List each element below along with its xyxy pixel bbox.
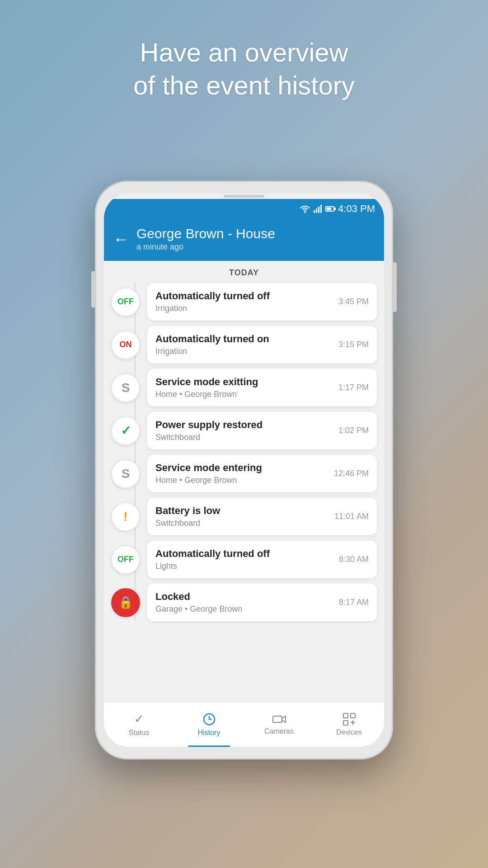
event-title: Service mode exitting xyxy=(155,376,258,388)
svg-rect-1 xyxy=(316,208,317,213)
status-bar: 4:03 PM xyxy=(104,199,384,219)
event-icon-service: S xyxy=(111,459,140,488)
event-time: 1:17 PM xyxy=(338,383,369,392)
event-card: Automatically turned off Irrigation 3:45… xyxy=(147,283,377,321)
phone-notch xyxy=(104,193,384,199)
header-subtitle: a minute ago xyxy=(136,242,275,252)
nav-label-cameras: Cameras xyxy=(264,727,294,736)
event-subtitle: Switchboard xyxy=(155,519,220,528)
cameras-nav-icon xyxy=(272,714,286,725)
content-area: TODAY OFF Automatically turned off Irrig… xyxy=(104,261,384,702)
svg-rect-8 xyxy=(343,721,348,725)
event-title: Battery is low xyxy=(155,505,220,517)
svg-rect-6 xyxy=(343,713,348,718)
nav-item-cameras[interactable]: Cameras xyxy=(244,702,314,747)
status-icons: 4:03 PM xyxy=(300,203,375,215)
list-item[interactable]: S Service mode entering Home • George Br… xyxy=(111,455,377,492)
event-time: 1:02 PM xyxy=(338,426,369,435)
event-icon-off: OFF xyxy=(111,288,140,316)
phone-screen: 4:03 PM ← George Brown - House a minute … xyxy=(104,193,384,747)
event-title: Automatically turned off xyxy=(155,548,270,560)
event-subtitle: Garage • George Brown xyxy=(155,604,242,614)
event-card: Automatically turned off Lights 8:30 AM xyxy=(147,541,377,578)
devices-nav-icon xyxy=(343,713,356,726)
event-icon-lock: 🔒 xyxy=(111,588,140,617)
event-icon-service: S xyxy=(111,373,140,402)
event-card: Power supply restored Switchboard 1:02 P… xyxy=(147,412,377,449)
event-time: 3:15 PM xyxy=(338,340,369,349)
event-subtitle: Home • George Brown xyxy=(155,476,262,485)
event-time: 8:30 AM xyxy=(339,555,369,564)
section-today: TODAY xyxy=(104,261,384,283)
event-title: Service mode entering xyxy=(155,462,262,474)
event-icon-off: OFF xyxy=(111,545,140,574)
event-title: Power supply restored xyxy=(155,419,263,431)
event-title: Automatically turned on xyxy=(155,333,269,345)
event-card: Service mode exitting Home • George Brow… xyxy=(147,369,377,406)
list-item[interactable]: ✓ Power supply restored Switchboard 1:02… xyxy=(111,412,377,449)
event-time: 3:45 PM xyxy=(338,297,369,307)
svg-rect-5 xyxy=(273,716,282,722)
event-title: Locked xyxy=(155,591,242,603)
event-icon-check: ✓ xyxy=(111,416,140,445)
nav-item-devices[interactable]: Devices xyxy=(314,702,384,747)
phone-device: 4:03 PM ← George Brown - House a minute … xyxy=(95,181,393,760)
event-card: Battery is low Switchboard 11:01 AM xyxy=(147,498,377,535)
signal-icon xyxy=(314,205,322,213)
event-time: 12:46 PM xyxy=(334,469,369,478)
event-subtitle: Irrigation xyxy=(155,304,270,313)
history-nav-icon xyxy=(202,712,216,726)
svg-rect-2 xyxy=(318,207,319,213)
nav-label-history: History xyxy=(198,729,221,737)
nav-label-devices: Devices xyxy=(336,728,362,736)
timeline: OFF Automatically turned off Irrigation … xyxy=(104,283,384,621)
battery-icon xyxy=(325,206,334,212)
phone-shell: 4:03 PM ← George Brown - House a minute … xyxy=(95,181,393,760)
nav-item-status[interactable]: ✓ Status xyxy=(104,702,174,747)
nav-item-history[interactable]: History xyxy=(174,702,244,747)
event-icon-on: ON xyxy=(111,330,140,359)
bottom-nav: ✓ Status History Cameras xyxy=(104,702,384,747)
event-subtitle: Irrigation xyxy=(155,347,269,356)
list-item[interactable]: S Service mode exitting Home • George Br… xyxy=(111,369,377,406)
svg-rect-7 xyxy=(351,713,355,718)
list-item[interactable]: 🔒 Locked Garage • George Brown 8:17 AM xyxy=(111,584,377,621)
nav-label-status: Status xyxy=(129,729,149,737)
status-nav-icon: ✓ xyxy=(134,712,144,726)
list-item[interactable]: OFF Automatically turned off Lights 8:30… xyxy=(111,541,377,578)
list-item[interactable]: OFF Automatically turned off Irrigation … xyxy=(111,283,377,321)
back-button[interactable]: ← xyxy=(113,231,129,247)
svg-rect-0 xyxy=(314,210,315,213)
header-text: George Brown - House a minute ago xyxy=(136,226,275,252)
header-title: George Brown - House xyxy=(136,226,275,241)
app-header: ← George Brown - House a minute ago xyxy=(104,219,384,261)
wifi-icon xyxy=(300,205,310,213)
event-icon-warning: ! xyxy=(111,502,140,531)
event-subtitle: Lights xyxy=(155,561,270,571)
status-time: 4:03 PM xyxy=(338,203,375,215)
event-time: 8:17 AM xyxy=(339,598,369,607)
svg-rect-3 xyxy=(320,205,322,213)
event-subtitle: Home • George Brown xyxy=(155,390,258,399)
event-title: Automatically turned off xyxy=(155,290,270,302)
event-card: Locked Garage • George Brown 8:17 AM xyxy=(147,584,377,621)
list-item[interactable]: ! Battery is low Switchboard 11:01 AM xyxy=(111,498,377,535)
event-card: Automatically turned on Irrigation 3:15 … xyxy=(147,326,377,363)
event-time: 11:01 AM xyxy=(334,512,369,521)
event-card: Service mode entering Home • George Brow… xyxy=(147,455,377,492)
event-subtitle: Switchboard xyxy=(155,433,263,442)
list-item[interactable]: ON Automatically turned on Irrigation 3:… xyxy=(111,326,377,363)
page-tagline: Have an overview of the event history xyxy=(63,36,425,102)
